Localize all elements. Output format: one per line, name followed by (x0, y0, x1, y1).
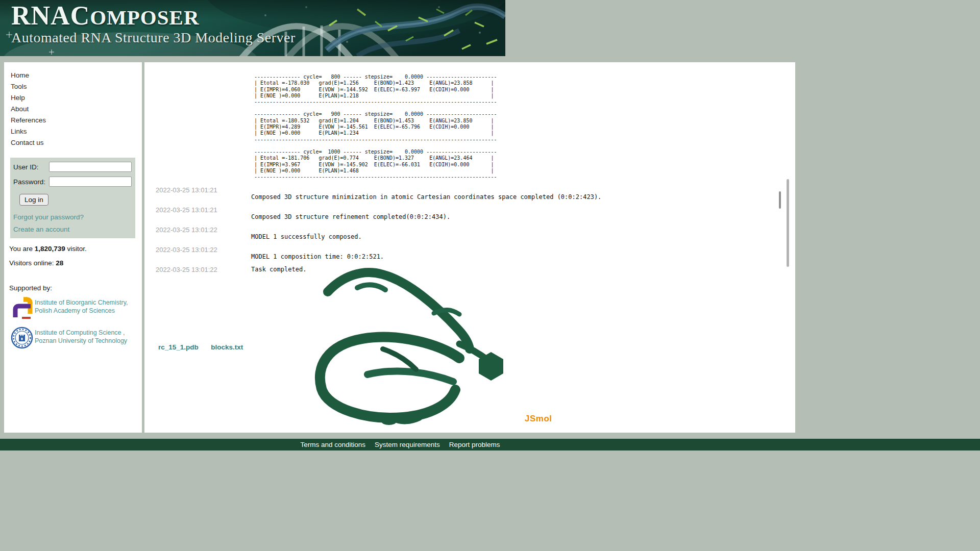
visitors-online: Visitors online: 28 (9, 259, 142, 267)
log-entry: 2022-03-25 13:01:21 Composed 3D structur… (156, 206, 758, 220)
visitors-online-count: 28 (56, 259, 63, 267)
report-problems-link[interactable]: Report problems (449, 441, 500, 448)
log-message: Composed 3D structure minimization in at… (251, 186, 601, 201)
banner: RNACOMPOSER Automated RNA Structure 3D M… (0, 0, 505, 56)
blocks-file-link[interactable]: blocks.txt (211, 343, 243, 351)
cycle-block-900: --------------- cycle= 900 ------ stepsi… (254, 111, 497, 142)
log-entry: 2022-03-25 13:01:21 Composed 3D structur… (156, 186, 758, 201)
terms-link[interactable]: Terms and conditions (301, 441, 366, 448)
password-label: Password: (13, 178, 49, 186)
visitor-count: 1,820,739 (35, 245, 65, 253)
system-requirements-link[interactable]: System requirements (375, 441, 440, 448)
molecule-viewer[interactable] (306, 267, 505, 427)
visitor-counter-prefix: You are (9, 245, 35, 253)
put-link[interactable]: Institute of Computing Science , Poznan … (35, 329, 131, 345)
supported-by-heading: Supported by: (9, 284, 142, 292)
rnacomposer-page: RNACOMPOSER Automated RNA Structure 3D M… (0, 0, 980, 551)
create-account-link[interactable]: Create an account (13, 226, 132, 233)
log-timestamp: 2022-03-25 13:01:21 (156, 186, 251, 201)
nav-item-about[interactable]: About (4, 103, 142, 114)
scrollbar-thumb-inner[interactable] (779, 191, 781, 209)
banner-branding: RNACOMPOSER Automated RNA Structure 3D M… (11, 2, 296, 46)
nav-item-contact-us[interactable]: Contact us (4, 137, 142, 148)
visitors-online-label: Visitors online: (9, 259, 56, 267)
footer: Terms and conditions System requirements… (0, 439, 980, 450)
put-logo[interactable] (9, 327, 35, 349)
site-logo-title: RNACOMPOSER (11, 2, 296, 30)
log-entry: 2022-03-25 13:01:22 MODEL 1 composition … (156, 246, 758, 260)
jsmol-watermark[interactable]: JSmol (525, 414, 552, 424)
nav-item-references[interactable]: References (4, 114, 142, 126)
site-logo-title-rest: OMPOSER (90, 6, 199, 29)
result-files: rc_15_1.pdb blocks.txt (158, 342, 253, 352)
scrollbar-thumb[interactable] (787, 179, 789, 267)
login-box: User ID: Password: Log in Forgot your pa… (10, 158, 135, 238)
nav-item-links[interactable]: Links (4, 126, 142, 137)
footer-links: Terms and conditions System requirements… (0, 439, 800, 450)
log-message: MODEL 1 successfully composed. (251, 226, 362, 240)
log-timestamp: 2022-03-25 13:01:22 (156, 246, 251, 260)
site-logo-title-main: RNAC (11, 1, 90, 30)
log-timestamp: 2022-03-25 13:01:22 (156, 226, 251, 240)
log-timestamp: 2022-03-25 13:01:22 (156, 266, 251, 273)
pdb-file-link[interactable]: rc_15_1.pdb (158, 343, 199, 351)
visitor-counter-suffix: visitor. (65, 245, 87, 253)
supported-by-section: Supported by: Institute of Bioorganic Ch… (9, 284, 142, 349)
ibch-pas-link[interactable]: Institute of Bioorganic Chemistry, Polis… (35, 298, 131, 315)
sidebar: Home Tools Help About References Links C… (4, 62, 142, 433)
ibch-pas-logo[interactable] (9, 296, 35, 322)
site-logo-subtitle: Automated RNA Structure 3D Modeling Serv… (11, 30, 296, 46)
log-entries: 2022-03-25 13:01:21 Composed 3D structur… (156, 186, 758, 279)
user-id-input[interactable] (49, 162, 132, 172)
forgot-password-link[interactable]: Forgot your password? (13, 213, 132, 221)
log-timestamp: 2022-03-25 13:01:21 (156, 206, 251, 220)
cycle-block-1000: --------------- cycle= 1000 ------ steps… (254, 149, 497, 180)
minimization-log: --------------- cycle= 800 ------ stepsi… (254, 74, 497, 186)
user-id-label: User ID: (13, 163, 49, 171)
nav-item-home[interactable]: Home (4, 69, 142, 81)
org-row-ibch: Institute of Bioorganic Chemistry, Polis… (9, 296, 142, 322)
main-nav: Home Tools Help About References Links C… (4, 62, 142, 148)
nav-item-tools[interactable]: Tools (4, 81, 142, 92)
password-input[interactable] (49, 177, 132, 187)
log-message: Task completed. (251, 266, 306, 273)
visitor-counter: You are 1,820,739 visitor. (9, 245, 142, 253)
org-row-put: Institute of Computing Science , Poznan … (9, 327, 142, 349)
nav-item-help[interactable]: Help (4, 92, 142, 103)
log-message: Composed 3D structure refinement complet… (251, 206, 450, 220)
log-in-button[interactable]: Log in (19, 194, 48, 206)
log-message: MODEL 1 composition time: 0:0:2:521. (251, 246, 384, 260)
content-area: Home Tools Help About References Links C… (4, 62, 795, 433)
cycle-block-800: --------------- cycle= 800 ------ stepsi… (254, 74, 497, 105)
log-entry: 2022-03-25 13:01:22 MODEL 1 successfully… (156, 226, 758, 240)
task-log-panel: --------------- cycle= 800 ------ stepsi… (144, 62, 795, 433)
